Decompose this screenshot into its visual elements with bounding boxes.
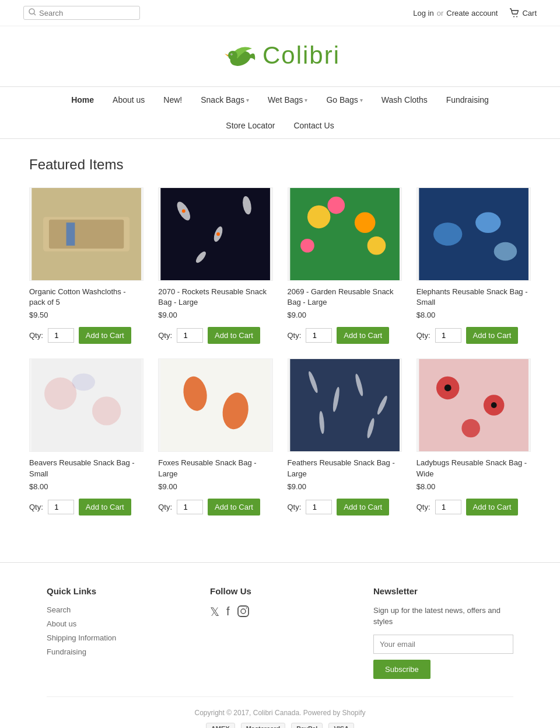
- footer-link[interactable]: Shipping Information: [47, 633, 116, 642]
- qty-label: Qty:: [288, 331, 302, 340]
- nav-item-fundraising[interactable]: Fundraising: [437, 87, 498, 113]
- footer-bottom: Copyright © 2017, Colibri Canada. Powere…: [47, 696, 513, 728]
- header-top: Search Log in or Create account Cart: [0, 0, 560, 26]
- qty-row: Qty: Add to Cart: [158, 327, 272, 344]
- newsletter-text: Sign up for the latest news, offers and …: [373, 605, 513, 628]
- svg-point-3: [516, 16, 517, 18]
- product-grid: Organic Cotton Washcloths - pack of 5 $9…: [29, 187, 531, 515]
- instagram-icon[interactable]: [237, 605, 250, 621]
- qty-label: Qty:: [158, 503, 172, 511]
- svg-point-32: [72, 374, 95, 391]
- facebook-icon[interactable]: f: [226, 605, 230, 621]
- nav-item-about[interactable]: About us: [103, 87, 154, 113]
- product-card: Foxes Reusable Snack Bag - Large $9.00 Q…: [158, 358, 272, 515]
- cart-icon: [509, 8, 520, 18]
- product-card: 2069 - Garden Reusable Snack Bag - Large…: [288, 187, 402, 344]
- product-card: Beavers Reusable Snack Bag - Small $8.00…: [29, 358, 144, 515]
- qty-label: Qty:: [416, 503, 430, 511]
- svg-rect-19: [290, 188, 400, 280]
- nav-item-contact-us[interactable]: Contact Us: [284, 113, 343, 138]
- svg-point-21: [327, 197, 345, 214]
- add-to-cart-button[interactable]: Add to Cart: [466, 327, 519, 344]
- nav-item-new[interactable]: New!: [154, 87, 191, 113]
- qty-input[interactable]: [306, 328, 332, 343]
- header-links: Log in or Create account Cart: [413, 8, 537, 18]
- svg-point-7: [231, 54, 232, 55]
- main-content: Featured Items Organic Cotton Washcloths…: [18, 139, 542, 551]
- qty-label: Qty:: [416, 331, 430, 340]
- qty-row: Qty: Add to Cart: [416, 499, 531, 515]
- svg-point-47: [491, 402, 497, 408]
- qty-input[interactable]: [48, 328, 74, 343]
- footer-grid: Quick Links SearchAbout usShipping Infor…: [47, 586, 513, 679]
- svg-point-50: [241, 609, 246, 614]
- nav-item-store-locator[interactable]: Store Locator: [216, 113, 284, 138]
- create-account-link[interactable]: Create account: [446, 9, 498, 18]
- nav-row-2: Store Locator Contact Us: [23, 113, 537, 138]
- footer: Quick Links SearchAbout usShipping Infor…: [0, 562, 560, 728]
- product-price: $9.00: [288, 482, 402, 491]
- qty-input[interactable]: [435, 328, 461, 343]
- qty-row: Qty: Add to Cart: [288, 499, 402, 515]
- qty-row: Qty: Add to Cart: [158, 499, 272, 515]
- nav-item-home[interactable]: Home: [62, 87, 103, 113]
- logo-bird-icon: [220, 38, 258, 73]
- qty-input[interactable]: [48, 500, 74, 514]
- product-image: [288, 358, 402, 452]
- chevron-down-icon: ▾: [360, 97, 363, 103]
- add-to-cart-button[interactable]: Add to Cart: [79, 327, 131, 344]
- add-to-cart-button[interactable]: Add to Cart: [208, 327, 260, 344]
- qty-row: Qty: Add to Cart: [416, 327, 531, 344]
- nav-row-1: Home About us New! Snack Bags ▾ Wet Bags…: [23, 87, 537, 113]
- svg-line-1: [34, 13, 36, 15]
- add-to-cart-button[interactable]: Add to Cart: [337, 327, 389, 344]
- qty-label: Qty:: [158, 331, 172, 340]
- add-to-cart-button[interactable]: Add to Cart: [79, 499, 131, 515]
- main-nav: Home About us New! Snack Bags ▾ Wet Bags…: [0, 86, 560, 139]
- quick-links-title: Quick Links: [47, 586, 187, 596]
- qty-input[interactable]: [306, 500, 332, 514]
- product-image: [29, 187, 144, 281]
- nav-item-snack-bags[interactable]: Snack Bags ▾: [191, 87, 258, 113]
- add-to-cart-button[interactable]: Add to Cart: [466, 499, 519, 515]
- product-price: $9.00: [288, 311, 402, 319]
- product-image: [29, 358, 144, 452]
- product-price: $9.00: [158, 482, 272, 491]
- svg-point-23: [300, 239, 314, 253]
- product-name: Organic Cotton Washcloths - pack of 5: [29, 287, 144, 308]
- search-form[interactable]: Search: [23, 6, 140, 20]
- add-to-cart-button[interactable]: Add to Cart: [337, 499, 389, 515]
- qty-input[interactable]: [435, 500, 461, 514]
- search-input[interactable]: Search: [39, 9, 135, 18]
- svg-point-5: [228, 51, 237, 60]
- product-image: [288, 187, 402, 281]
- payment-icon: PayPal: [291, 723, 323, 728]
- nav-item-wash-cloths[interactable]: Wash Cloths: [372, 87, 437, 113]
- footer-link[interactable]: Fundraising: [47, 647, 86, 656]
- svg-rect-11: [66, 222, 75, 246]
- svg-rect-49: [238, 606, 249, 616]
- qty-input[interactable]: [177, 500, 203, 514]
- qty-input[interactable]: [177, 328, 203, 343]
- add-to-cart-button[interactable]: Add to Cart: [208, 499, 260, 515]
- payment-icon: Mastercard: [241, 723, 286, 728]
- svg-rect-10: [49, 220, 124, 248]
- svg-point-26: [433, 222, 462, 246]
- footer-link[interactable]: Search: [47, 605, 71, 614]
- logo-link[interactable]: Colibri: [220, 38, 340, 73]
- svg-point-48: [461, 419, 480, 438]
- svg-point-2: [513, 16, 514, 18]
- email-input[interactable]: [373, 635, 513, 654]
- subscribe-button[interactable]: Subscribe: [373, 660, 430, 679]
- nav-item-wet-bags[interactable]: Wet Bags ▾: [258, 87, 317, 113]
- login-link[interactable]: Log in: [413, 9, 433, 18]
- twitter-icon[interactable]: 𝕏: [210, 605, 219, 621]
- product-price: $8.00: [416, 482, 531, 491]
- nav-item-go-bags[interactable]: Go Bags ▾: [317, 87, 372, 113]
- svg-point-0: [29, 9, 34, 14]
- social-icons: 𝕏 f: [210, 605, 350, 621]
- product-card: Elephants Reusable Snack Bag - Small $8.…: [416, 187, 531, 344]
- cart-link[interactable]: Cart: [509, 8, 537, 18]
- footer-link[interactable]: About us: [47, 619, 76, 628]
- product-image: [416, 187, 531, 281]
